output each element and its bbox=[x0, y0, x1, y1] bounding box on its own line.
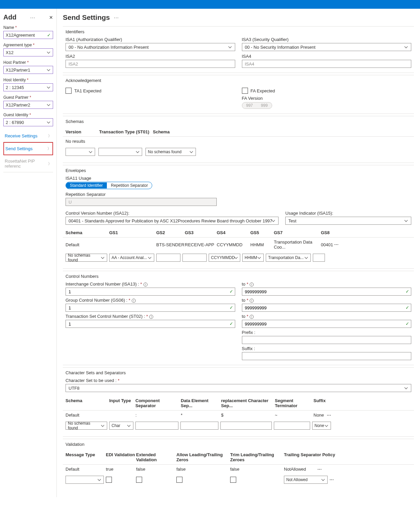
cvn-select[interactable]: 00401 - Standards Approved for Publicati… bbox=[66, 217, 279, 225]
env-gs4-select[interactable]: CCYYMMDD bbox=[209, 254, 240, 262]
ta1-checkbox[interactable] bbox=[66, 88, 72, 94]
sidebar-more-icon[interactable]: ··· bbox=[30, 15, 35, 20]
nav-send-settings[interactable]: Send Settings〉 bbox=[3, 142, 53, 155]
isa4-input[interactable] bbox=[242, 60, 412, 68]
main-panel: Send Settings ··· Identifiers ISA1 (Auth… bbox=[57, 9, 420, 497]
col-schema: Schema bbox=[153, 129, 170, 134]
identifiers-section: Identifiers ISA1 (Authorization Qualifie… bbox=[63, 26, 414, 73]
suffix-input[interactable] bbox=[242, 352, 412, 360]
schema-select[interactable]: No schemas found bbox=[145, 148, 196, 156]
charset-heading: Character Sets and Separators bbox=[63, 370, 414, 375]
envelopes-heading: Envelopes bbox=[63, 168, 414, 173]
identifiers-heading: Identifiers bbox=[63, 29, 414, 34]
cs-select[interactable]: UTF8 bbox=[66, 384, 411, 392]
info-icon: i bbox=[132, 299, 136, 303]
env-gs2-input[interactable] bbox=[156, 254, 180, 262]
name-label: Name * bbox=[3, 25, 53, 30]
cs-comp-input[interactable] bbox=[135, 422, 178, 430]
guest-identity-label: Guest Identity * bbox=[3, 113, 53, 117]
isa4-label: ISA4 bbox=[242, 54, 412, 59]
name-input[interactable]: X12Agreement✓ bbox=[3, 31, 53, 39]
info-icon: i bbox=[250, 315, 254, 319]
standard-id-pill[interactable]: Standard Identifier bbox=[66, 182, 107, 188]
sidebar: Add ··· ✕ Name * X12Agreement✓ Agreement… bbox=[0, 9, 57, 497]
val-trail-select[interactable]: Not Allowed bbox=[284, 476, 328, 484]
val-allow-checkbox[interactable] bbox=[176, 477, 182, 483]
col-tt: Transaction Type (ST01) bbox=[99, 129, 153, 134]
cs-repl-input[interactable] bbox=[220, 422, 272, 430]
val-row-more[interactable]: ··· bbox=[318, 467, 322, 472]
icn-from-input[interactable] bbox=[66, 288, 235, 296]
env-gs8-input[interactable] bbox=[313, 254, 325, 262]
page-more-icon[interactable]: ··· bbox=[114, 15, 119, 20]
agreement-type-label: Agreement type * bbox=[3, 43, 53, 47]
env-schema-select[interactable]: No schemas found bbox=[66, 254, 107, 262]
ack-heading: Acknowledgement bbox=[63, 78, 414, 83]
cs-inputtype-select[interactable]: Char bbox=[109, 422, 133, 430]
no-results-text: No results bbox=[63, 137, 414, 146]
isa11-toggle[interactable]: Standard Identifier Repetition Separator bbox=[66, 182, 152, 189]
validation-section: Validation Message Type EDI Validation E… bbox=[63, 439, 414, 490]
charset-section: Character Sets and Separators Character … bbox=[63, 367, 414, 437]
isa1-select[interactable]: 00 - No Authorization Information Presen… bbox=[66, 43, 235, 51]
schemas-section: Schemas Version Transaction Type (ST01) … bbox=[63, 116, 414, 163]
validation-heading: Validation bbox=[63, 442, 414, 447]
ta1-label: TA1 Expected bbox=[74, 88, 101, 93]
val-trim-checkbox[interactable] bbox=[230, 477, 236, 483]
env-row-more[interactable]: ··· bbox=[334, 242, 339, 247]
cs-schema-select[interactable]: No schemas found bbox=[66, 422, 107, 430]
icn-to-input[interactable] bbox=[242, 288, 412, 296]
close-icon[interactable]: ✕ bbox=[49, 15, 53, 20]
schema-version-select[interactable] bbox=[66, 148, 95, 156]
agreement-type-select[interactable]: X12 bbox=[3, 48, 53, 56]
gcn-from-input[interactable] bbox=[66, 304, 235, 312]
schema-tt-select[interactable] bbox=[98, 148, 142, 156]
envelopes-section: Envelopes ISA11 Usage Standard Identifie… bbox=[63, 165, 414, 269]
nav-rosettanet[interactable]: RosettaNet PIP referenc〉 bbox=[3, 155, 53, 172]
rep-sep-pill[interactable]: Repetition Separator bbox=[107, 182, 152, 188]
gcn-to-input[interactable] bbox=[242, 304, 412, 312]
fa-checkbox[interactable] bbox=[242, 88, 248, 94]
gcn-to-label: to *i bbox=[242, 298, 412, 303]
cs-row-more[interactable]: ··· bbox=[327, 413, 331, 418]
isa2-label: ISA2 bbox=[66, 54, 235, 59]
usage-label: Usage Indicator (ISA15): bbox=[285, 211, 411, 216]
fa-label: FA Expected bbox=[251, 88, 275, 93]
env-gs5-select[interactable]: HHMM bbox=[242, 254, 264, 262]
ctrl-heading: Control Numbers bbox=[63, 274, 414, 279]
col-version: Version bbox=[66, 129, 99, 134]
fa-997-toggle[interactable]: 997 bbox=[242, 102, 257, 109]
tscn-to-input[interactable] bbox=[242, 320, 412, 328]
val-ext-checkbox[interactable] bbox=[136, 477, 142, 483]
host-identity-select[interactable]: 2 : 12345 bbox=[3, 83, 53, 91]
cvn-label: Control Version Number (ISA12): bbox=[66, 211, 279, 216]
schemas-heading: Schemas bbox=[63, 119, 414, 124]
tscn-from-input[interactable] bbox=[66, 320, 235, 328]
env-gs7-select[interactable]: Transportation Da... bbox=[266, 254, 311, 262]
isa2-input[interactable] bbox=[66, 60, 235, 68]
env-gs3-input[interactable] bbox=[182, 254, 207, 262]
isa1-label: ISA1 (Authorization Qualifier) bbox=[66, 37, 235, 42]
val-mt-select[interactable] bbox=[66, 476, 104, 484]
fa-version-label: FA Version bbox=[242, 96, 412, 101]
info-icon: i bbox=[250, 283, 254, 287]
fa-999-toggle[interactable]: 999 bbox=[257, 102, 272, 109]
cs-seg-input[interactable] bbox=[274, 422, 310, 430]
ack-section: Acknowledgement TA1 Expected FA Expected… bbox=[63, 75, 414, 114]
icn-label: Interchange Control Number (ISA13) : *i bbox=[66, 282, 235, 287]
cs-label: Character Set to be used : * bbox=[66, 378, 411, 383]
gcn-label: Group Control Number (GS06) : *i bbox=[66, 298, 235, 303]
cs-suffix-select[interactable]: None bbox=[312, 422, 331, 430]
prefix-input[interactable] bbox=[242, 336, 412, 344]
isa3-select[interactable]: 00 - No Security Information Present bbox=[242, 43, 412, 51]
guest-partner-select[interactable]: X12Partner2 bbox=[3, 101, 53, 109]
info-icon: i bbox=[149, 315, 153, 319]
cs-data-input[interactable] bbox=[180, 422, 218, 430]
env-gs1-select[interactable]: AA - Account Anal... bbox=[109, 254, 154, 262]
val-edi-checkbox[interactable] bbox=[106, 477, 112, 483]
nav-receive-settings[interactable]: Receive Settings〉 bbox=[3, 130, 53, 142]
usage-select[interactable]: Test bbox=[285, 217, 411, 225]
host-partner-select[interactable]: X12Partner1 bbox=[3, 66, 53, 74]
guest-identity-select[interactable]: 2 : 67890 bbox=[3, 118, 53, 126]
val-edit-more[interactable]: ··· bbox=[330, 477, 334, 482]
